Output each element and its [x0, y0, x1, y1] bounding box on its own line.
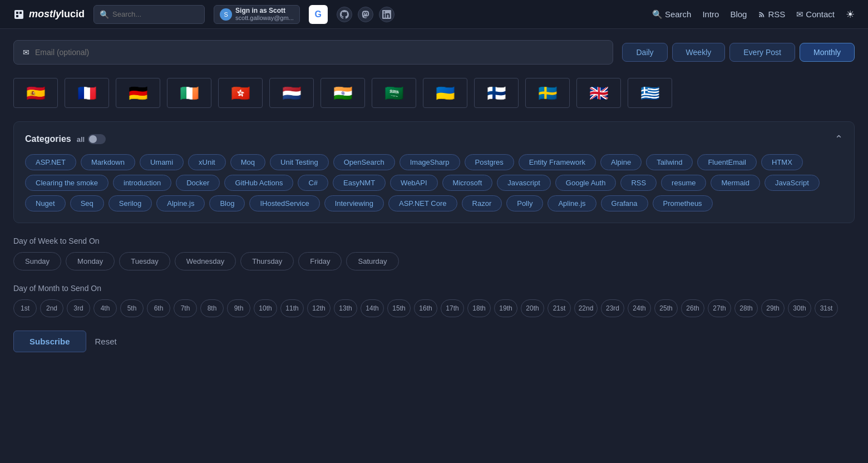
tag-button[interactable]: EasyNMT: [333, 175, 386, 191]
tag-button[interactable]: resume: [661, 175, 706, 191]
day-of-month-button[interactable]: 17th: [441, 299, 464, 317]
day-of-week-button[interactable]: Saturday: [346, 252, 398, 270]
flag-item[interactable]: 🇩🇪: [116, 78, 160, 108]
linkedin-icon[interactable]: [379, 7, 394, 22]
tag-button[interactable]: Nuget: [25, 195, 66, 211]
tag-button[interactable]: Moq: [230, 154, 265, 170]
email-input-wrap[interactable]: ✉: [13, 40, 613, 65]
day-of-week-button[interactable]: Sunday: [13, 252, 61, 270]
theme-toggle[interactable]: ☀: [846, 8, 855, 21]
day-of-month-button[interactable]: 28th: [734, 299, 758, 317]
tag-button[interactable]: C#: [298, 175, 328, 191]
subscribe-button[interactable]: Subscribe: [13, 331, 86, 352]
day-of-month-button[interactable]: 15th: [387, 299, 411, 317]
tag-button[interactable]: GitHub Actions: [224, 175, 293, 191]
day-of-week-button[interactable]: Friday: [298, 252, 342, 270]
day-of-month-button[interactable]: 9th: [227, 299, 250, 317]
day-of-month-button[interactable]: 27th: [708, 299, 731, 317]
nav-search[interactable]: 🔍 Search: [652, 9, 692, 19]
day-of-month-button[interactable]: 8th: [200, 299, 224, 317]
day-of-month-button[interactable]: 5th: [120, 299, 144, 317]
tag-button[interactable]: JavaScript: [765, 175, 820, 191]
email-input[interactable]: [35, 48, 604, 57]
day-of-month-button[interactable]: 26th: [681, 299, 704, 317]
flag-item[interactable]: 🇳🇱: [269, 78, 314, 108]
day-of-month-button[interactable]: 1st: [13, 299, 37, 317]
search-bar[interactable]: 🔍: [93, 5, 205, 24]
day-of-month-button[interactable]: 10th: [254, 299, 277, 317]
freq-monthly[interactable]: Monthly: [800, 43, 855, 62]
day-of-month-button[interactable]: 25th: [654, 299, 678, 317]
chevron-up-icon[interactable]: ⌃: [835, 133, 843, 145]
tag-button[interactable]: Alpine.js: [156, 195, 205, 211]
flag-item[interactable]: 🇬🇷: [628, 78, 672, 108]
flag-item[interactable]: 🇬🇧: [576, 78, 621, 108]
day-of-month-button[interactable]: 2nd: [40, 299, 63, 317]
tag-button[interactable]: Markdown: [81, 154, 135, 170]
github-icon[interactable]: [337, 7, 352, 22]
tag-button[interactable]: Javascript: [497, 175, 551, 191]
flag-item[interactable]: 🇺🇦: [423, 78, 467, 108]
nav-contact[interactable]: ✉ Contact: [796, 9, 835, 19]
tag-button[interactable]: Interviewing: [324, 195, 384, 211]
day-of-month-button[interactable]: 6th: [147, 299, 170, 317]
nav-rss[interactable]: RSS: [758, 9, 785, 19]
day-of-week-button[interactable]: Tuesday: [119, 252, 170, 270]
search-input[interactable]: [112, 10, 199, 18]
tag-button[interactable]: Mermaid: [711, 175, 760, 191]
day-of-month-button[interactable]: 21st: [548, 299, 571, 317]
tag-button[interactable]: IHostedService: [249, 195, 319, 211]
tag-button[interactable]: RSS: [620, 175, 657, 191]
tag-button[interactable]: Microsoft: [442, 175, 493, 191]
tag-button[interactable]: xUnit: [188, 154, 226, 170]
tag-button[interactable]: Grafana: [601, 195, 648, 211]
tag-button[interactable]: OpenSearch: [333, 154, 395, 170]
day-of-month-button[interactable]: 22nd: [574, 299, 598, 317]
tag-button[interactable]: Umami: [140, 154, 184, 170]
all-toggle-switch[interactable]: [88, 134, 106, 144]
tag-button[interactable]: Clearing the smoke: [25, 175, 108, 191]
day-of-month-button[interactable]: 30th: [788, 299, 811, 317]
freq-every-post[interactable]: Every Post: [729, 43, 795, 62]
tag-button[interactable]: ImageSharp: [400, 154, 460, 170]
tag-button[interactable]: Unit Testing: [270, 154, 329, 170]
tag-button[interactable]: Postgres: [465, 154, 514, 170]
day-of-month-button[interactable]: 7th: [174, 299, 197, 317]
tag-button[interactable]: Seq: [70, 195, 104, 211]
user-section[interactable]: S Sign in as Scott scott.galloway@gm...: [214, 5, 300, 24]
tag-button[interactable]: HTMX: [761, 154, 803, 170]
tag-button[interactable]: ASP.NET: [25, 154, 76, 170]
toggle-all[interactable]: all: [77, 134, 106, 144]
flag-item[interactable]: 🇮🇪: [167, 78, 211, 108]
tag-button[interactable]: Prometheus: [653, 195, 713, 211]
tag-button[interactable]: ASP.NET Core: [388, 195, 457, 211]
flag-item[interactable]: 🇮🇳: [320, 78, 365, 108]
day-of-month-button[interactable]: 23rd: [601, 299, 624, 317]
google-button[interactable]: G: [309, 5, 328, 24]
flag-item[interactable]: 🇫🇷: [65, 78, 109, 108]
day-of-week-button[interactable]: Monday: [66, 252, 115, 270]
tag-button[interactable]: Apline.js: [548, 195, 596, 211]
day-of-month-button[interactable]: 19th: [494, 299, 517, 317]
tag-button[interactable]: Tailwind: [646, 154, 693, 170]
day-of-month-button[interactable]: 18th: [467, 299, 491, 317]
day-of-week-button[interactable]: Thursday: [240, 252, 294, 270]
day-of-month-button[interactable]: 31st: [815, 299, 838, 317]
flag-item[interactable]: 🇸🇪: [525, 78, 570, 108]
tag-button[interactable]: WebAPI: [390, 175, 437, 191]
tag-button[interactable]: Blog: [209, 195, 245, 211]
day-of-month-button[interactable]: 3rd: [67, 299, 90, 317]
flag-item[interactable]: 🇸🇦: [372, 78, 416, 108]
reset-button[interactable]: Reset: [95, 337, 117, 346]
nav-blog[interactable]: Blog: [730, 9, 747, 19]
flag-item[interactable]: 🇪🇸: [13, 78, 58, 108]
day-of-month-button[interactable]: 20th: [521, 299, 544, 317]
day-of-month-button[interactable]: 14th: [361, 299, 384, 317]
freq-daily[interactable]: Daily: [622, 43, 667, 62]
day-of-week-button[interactable]: Wednesday: [175, 252, 236, 270]
tag-button[interactable]: Docker: [176, 175, 220, 191]
day-of-month-button[interactable]: 11th: [280, 299, 304, 317]
tag-button[interactable]: introduction: [113, 175, 171, 191]
day-of-month-button[interactable]: 13th: [334, 299, 357, 317]
freq-weekly[interactable]: Weekly: [672, 43, 726, 62]
